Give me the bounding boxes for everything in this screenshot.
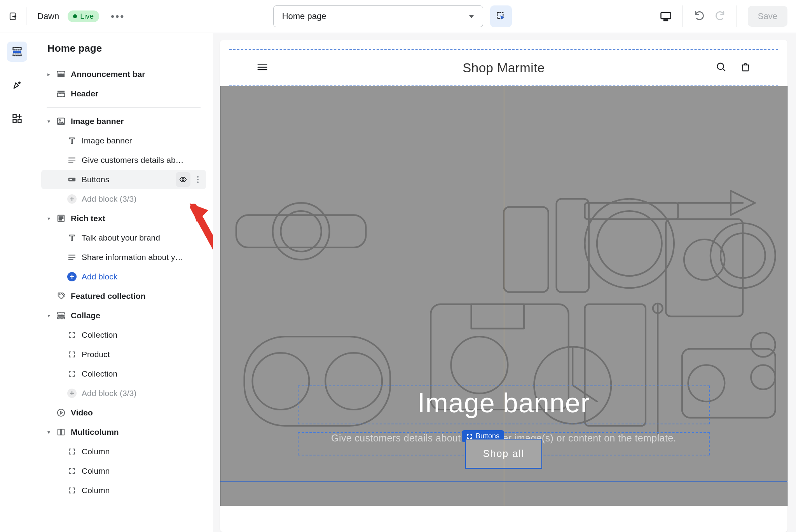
page-selector[interactable]: Home page — [273, 5, 483, 27]
block-image-banner-heading[interactable]: Image banner — [41, 131, 206, 150]
visibility-toggle[interactable] — [176, 172, 190, 187]
image-icon — [54, 117, 68, 126]
text-heading-icon — [65, 136, 79, 145]
banner-heading[interactable]: Image banner — [236, 387, 772, 419]
chevron-down-icon: ▾ — [44, 312, 53, 319]
block-richtext-text[interactable]: Share information about y… — [41, 248, 206, 267]
block-collage-1[interactable]: Product — [41, 345, 206, 364]
exit-button[interactable] — [9, 7, 26, 25]
svg-line-40 — [723, 68, 725, 71]
page-title: Home page — [47, 42, 206, 54]
save-button[interactable]: Save — [748, 6, 787, 27]
frame-icon — [65, 487, 79, 494]
tag-icon — [54, 292, 68, 300]
section-video[interactable]: Video — [41, 403, 206, 422]
rail-sections[interactable] — [7, 42, 27, 62]
banner-cta-button[interactable]: Shop all — [465, 439, 542, 469]
svg-rect-6 — [13, 54, 21, 56]
frame-icon — [65, 448, 79, 455]
menu-icon[interactable] — [257, 61, 268, 75]
chevron-down-icon: ▾ — [44, 429, 53, 435]
svg-rect-32 — [58, 317, 65, 319]
svg-rect-31 — [58, 315, 65, 317]
svg-rect-3 — [664, 20, 668, 21]
svg-rect-24 — [59, 218, 63, 219]
svg-rect-9 — [18, 119, 21, 122]
svg-rect-12 — [58, 91, 65, 93]
svg-rect-34 — [58, 429, 61, 435]
search-icon[interactable] — [716, 62, 727, 74]
block-richtext-heading[interactable]: Talk about your brand — [41, 228, 206, 248]
svg-rect-35 — [61, 429, 64, 435]
cart-icon[interactable] — [740, 62, 751, 74]
columns-icon — [54, 428, 68, 436]
block-collage-0[interactable]: Collection — [41, 325, 206, 345]
header-icon — [54, 89, 68, 98]
plus-icon: + — [67, 272, 77, 281]
section-multicolumn[interactable]: ▾ Multicolumn — [41, 422, 206, 442]
richtext-icon — [54, 214, 68, 223]
rail-apps[interactable] — [7, 108, 27, 129]
button-icon — [65, 175, 79, 184]
frame-icon — [65, 331, 79, 339]
svg-rect-5 — [13, 51, 21, 53]
block-collage-2[interactable]: Collection — [41, 364, 206, 384]
svg-rect-7 — [13, 115, 16, 118]
frame-icon — [65, 351, 79, 358]
svg-rect-13 — [58, 93, 65, 96]
svg-rect-2 — [661, 12, 670, 19]
store-name: Shop Marmite — [229, 61, 778, 75]
section-featured-collection[interactable]: Featured collection — [41, 286, 206, 306]
svg-point-15 — [59, 119, 61, 121]
paragraph-icon — [65, 156, 79, 164]
rail-theme-settings[interactable] — [7, 75, 27, 95]
redo-button[interactable] — [714, 10, 726, 23]
section-rich-text[interactable]: ▾ Rich text — [41, 209, 206, 228]
svg-rect-30 — [58, 313, 65, 314]
block-image-banner-buttons[interactable]: Buttons — [41, 170, 206, 189]
page-selector-label: Home page — [282, 11, 326, 21]
section-announcement-bar[interactable]: ▸ Announcement bar — [41, 65, 206, 84]
undo-button[interactable] — [694, 10, 705, 23]
section-tree[interactable]: Home page ▸ Announcement bar Header ▾ Im… — [34, 33, 213, 532]
svg-rect-23 — [59, 216, 63, 217]
frame-icon — [65, 370, 79, 378]
chevron-down-icon: ▾ — [44, 118, 53, 124]
add-block-collage: + Add block (3/3) — [41, 384, 206, 403]
add-block-image-banner: + Add block (3/3) — [41, 189, 206, 209]
svg-point-21 — [182, 179, 184, 181]
svg-rect-11 — [58, 74, 65, 77]
preview-canvas[interactable]: Shop Marmite — [220, 40, 787, 532]
block-multicolumn-0[interactable]: Column — [41, 442, 206, 461]
chevron-right-icon: ▸ — [44, 71, 53, 77]
svg-rect-4 — [13, 48, 21, 50]
theme-name: Dawn — [37, 11, 59, 21]
section-collage[interactable]: ▾ Collage — [41, 306, 206, 325]
block-multicolumn-1[interactable]: Column — [41, 461, 206, 481]
svg-rect-20 — [70, 179, 72, 180]
svg-rect-8 — [13, 119, 16, 122]
inspector-toggle[interactable] — [490, 5, 512, 27]
plus-icon: + — [67, 194, 77, 204]
svg-rect-10 — [58, 72, 65, 73]
section-image-banner[interactable]: ▾ Image banner — [41, 112, 206, 131]
text-heading-icon — [65, 234, 79, 242]
chevron-down-icon: ▾ — [44, 215, 53, 222]
play-icon — [54, 408, 68, 417]
drag-handle-icon[interactable] — [194, 176, 202, 183]
more-menu-button[interactable]: ••• — [111, 10, 125, 23]
svg-point-29 — [59, 294, 60, 295]
paragraph-icon — [65, 253, 79, 262]
announcement-icon — [54, 70, 68, 78]
add-block-richtext[interactable]: + Add block — [41, 267, 206, 286]
svg-rect-25 — [59, 220, 62, 220]
block-image-banner-text[interactable]: Give customers details ab… — [41, 150, 206, 170]
block-multicolumn-2[interactable]: Column — [41, 481, 206, 500]
plus-icon: + — [67, 389, 77, 398]
desktop-view-button[interactable] — [660, 10, 672, 22]
preview-image-banner[interactable]: Image banner Give customers details abou… — [220, 86, 787, 506]
section-header[interactable]: Header — [41, 84, 206, 103]
chevron-down-icon — [469, 15, 474, 18]
frame-icon — [65, 467, 79, 475]
status-badge: Live — [68, 10, 99, 22]
